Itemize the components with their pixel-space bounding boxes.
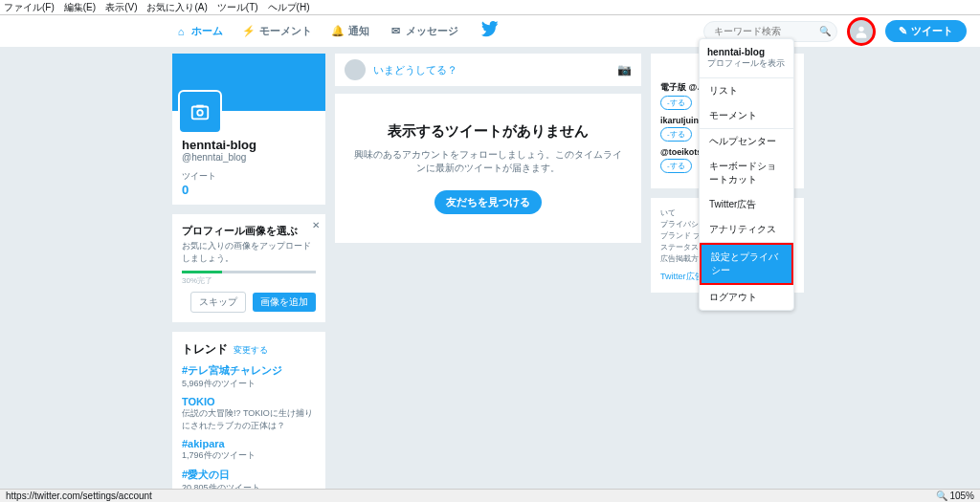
bolt-icon: ⚡ (242, 25, 256, 38)
trend-item[interactable]: TOKIO伝説の大冒険!? TOKIOに生け捕りにされたラブカの正体は？ (182, 396, 316, 432)
home-icon: ⌂ (174, 25, 188, 38)
compose-box[interactable]: いまどうしてる？ 📷 (335, 54, 641, 86)
dropdown-view-profile[interactable]: プロフィールを表示 (707, 57, 786, 70)
camera-icon[interactable]: 📷 (617, 63, 632, 76)
profile-dropdown: henntai-blog プロフィールを表示 リスト モーメント ヘルプセンター… (699, 38, 794, 311)
nav-notifications[interactable]: 🔔通知 (331, 24, 369, 38)
profile-avatar-large[interactable] (178, 90, 222, 134)
compose-avatar (345, 59, 366, 80)
dropdown-settings-privacy[interactable]: 設定とプライバシー (700, 243, 793, 285)
compose-placeholder[interactable]: いまどうしてる？ (373, 63, 617, 77)
add-image-button[interactable]: 画像を追加 (253, 293, 316, 312)
nav-moments[interactable]: ⚡モーメント (242, 24, 312, 38)
tweet-button[interactable]: ✎ツイート (885, 20, 967, 42)
search-icon[interactable]: 🔍 (819, 26, 831, 36)
dropdown-help[interactable]: ヘルプセンター (700, 129, 793, 154)
profile-card: henntai-blog @henntai_blog ツイート 0 (172, 54, 325, 205)
menubar-help[interactable]: ヘルプ(H) (268, 1, 310, 14)
menubar-file[interactable]: ファイル(F) (4, 1, 55, 14)
browser-menubar: ファイル(F) 編集(E) 表示(V) お気に入り(A) ツール(T) ヘルプ(… (0, 0, 980, 15)
profile-avatar-button[interactable] (847, 17, 876, 46)
menubar-view[interactable]: 表示(V) (105, 1, 137, 14)
tweets-count[interactable]: 0 (182, 183, 316, 197)
nav-messages[interactable]: ✉メッセージ (389, 24, 458, 38)
dropdown-lists[interactable]: リスト (700, 78, 793, 103)
empty-subtitle: 興味のあるアカウントをフォローしましょう。このタイムラインに最新のツイートが届き… (354, 148, 622, 175)
close-icon[interactable]: ✕ (312, 220, 320, 230)
upload-title: プロフィール画像を選ぶ (182, 224, 316, 238)
skip-button[interactable]: スキップ (190, 292, 246, 313)
progress-bar (182, 271, 316, 273)
empty-timeline: 表示するツイートがありません 興味のあるアカウントをフォローしましょう。このタイ… (335, 94, 641, 243)
upload-card: ✕ プロフィール画像を選ぶ お気に入りの画像をアップロードしましょう。 30%完… (172, 214, 325, 322)
trends-card: トレンド 変更する #テレ宮城チャレンジ5,969件のツイートTOKIO伝説の大… (172, 332, 325, 502)
empty-title: 表示するツイートがありません (354, 122, 622, 141)
menubar-edit[interactable]: 編集(E) (64, 1, 96, 14)
dropdown-name[interactable]: henntai-blog (707, 47, 786, 57)
trend-item[interactable]: #akipara1,796件のツイート (182, 438, 316, 462)
compose-icon: ✎ (899, 25, 907, 37)
menubar-fav[interactable]: お気に入り(A) (146, 1, 207, 14)
tweets-label: ツイート (182, 170, 316, 183)
svg-point-2 (197, 110, 203, 116)
dropdown-logout[interactable]: ログアウト (700, 285, 793, 310)
profile-header-image (172, 54, 325, 111)
find-friends-button[interactable]: 友だちを見つける (434, 190, 542, 214)
status-zoom: 🔍 105% (936, 491, 974, 501)
profile-name[interactable]: henntai-blog (182, 138, 316, 152)
dropdown-ads[interactable]: Twitter広告 (700, 192, 793, 217)
top-nav: ⌂ホーム ⚡モーメント 🔔通知 ✉メッセージ 🔍 ✎ツイート (0, 15, 980, 48)
menubar-tools[interactable]: ツール(T) (217, 1, 258, 14)
status-url: https://twitter.com/settings/account (6, 491, 152, 501)
dropdown-analytics[interactable]: アナリティクス (700, 217, 793, 242)
svg-rect-1 (192, 107, 209, 120)
dropdown-shortcuts[interactable]: キーボードショートカット (700, 154, 793, 192)
nav-home[interactable]: ⌂ホーム (174, 24, 223, 38)
bell-icon: 🔔 (331, 25, 345, 38)
svg-point-0 (858, 26, 863, 31)
twitter-bird-icon (481, 21, 499, 41)
trend-item[interactable]: #テレ宮城チャレンジ5,969件のツイート (182, 363, 316, 390)
browser-statusbar: https://twitter.com/settings/account 🔍 1… (0, 489, 980, 502)
trends-change-link[interactable]: 変更する (234, 344, 268, 357)
envelope-icon: ✉ (389, 25, 402, 38)
profile-handle[interactable]: @henntai_blog (182, 152, 316, 163)
upload-subtitle: お気に入りの画像をアップロードしましょう。 (182, 240, 316, 265)
trends-title: トレンド (182, 341, 228, 358)
svg-rect-3 (196, 105, 203, 108)
dropdown-moments[interactable]: モーメント (700, 103, 793, 128)
progress-text: 30%完了 (182, 275, 316, 286)
